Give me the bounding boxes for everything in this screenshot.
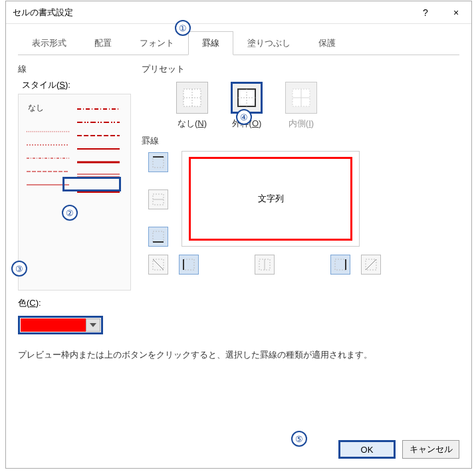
preset-none-label: なし(N) xyxy=(178,118,207,130)
color-picker[interactable] xyxy=(18,316,103,334)
ok-button[interactable]: OK xyxy=(338,440,396,459)
border-right-icon xyxy=(334,258,347,271)
border-area: 罫線 xyxy=(142,135,459,284)
svg-rect-26 xyxy=(153,231,164,242)
style-swatch[interactable] xyxy=(27,125,69,138)
style-selection-highlight xyxy=(62,177,121,191)
border-mid-h-icon xyxy=(152,193,165,206)
tab-border[interactable]: 罫線 xyxy=(188,31,233,55)
preset-section-label: プリセット xyxy=(142,63,459,75)
border-mid-v-icon xyxy=(258,258,271,271)
border-preview[interactable]: 文字列 xyxy=(181,151,360,247)
style-list[interactable]: なし xyxy=(18,94,131,291)
tab-fill[interactable]: 塗りつぶし xyxy=(233,31,304,55)
style-swatch[interactable] xyxy=(27,138,69,152)
style-label: スタイル(S): xyxy=(22,79,131,91)
line-section-label: 線 xyxy=(18,63,131,75)
svg-rect-30 xyxy=(183,259,194,270)
border-right-button[interactable] xyxy=(330,255,350,275)
dialog-content: 表示形式 配置 フォント 罫線 塗りつぶし 保護 線 スタイル(S): なし xyxy=(6,24,471,468)
border-left-button[interactable] xyxy=(179,255,199,275)
style-swatch[interactable] xyxy=(27,152,69,165)
dialog-footer: OK キャンセル xyxy=(338,440,459,459)
style-swatch[interactable] xyxy=(77,142,120,156)
callout-2: ② xyxy=(62,205,78,221)
svg-rect-22 xyxy=(153,157,164,168)
chevron-down-icon xyxy=(90,323,96,327)
grid-outline-icon xyxy=(237,88,256,107)
svg-line-37 xyxy=(366,259,376,270)
svg-line-29 xyxy=(153,259,164,270)
border-preview-inner: 文字列 xyxy=(189,157,352,241)
line-column: 線 スタイル(S): なし xyxy=(18,63,131,334)
color-label: 色(C): xyxy=(18,297,131,309)
preset-row: なし(N) 外枠(O) xyxy=(176,82,459,130)
style-swatch[interactable] xyxy=(77,156,120,169)
close-button[interactable]: × xyxy=(441,1,471,24)
style-swatch[interactable] xyxy=(27,165,69,178)
tab-number[interactable]: 表示形式 xyxy=(18,31,80,55)
tab-alignment[interactable]: 配置 xyxy=(80,31,126,55)
tab-strip: 表示形式 配置 フォント 罫線 塗りつぶし 保護 xyxy=(18,31,459,55)
style-lines xyxy=(25,101,124,283)
tab-protection[interactable]: 保護 xyxy=(304,31,350,55)
dialog-title: セルの書式設定 xyxy=(13,7,410,19)
callout-1: ① xyxy=(175,20,191,36)
border-bottom-button[interactable] xyxy=(148,227,168,247)
callout-5: ⑤ xyxy=(291,431,307,447)
style-swatch[interactable] xyxy=(77,129,120,142)
hint-text: プレビュー枠内または上のボタンをクリックすると、選択した罫線の種類が適用されます… xyxy=(18,349,459,361)
preset-inside-label: 内側(I) xyxy=(289,118,314,130)
grid-inside-icon xyxy=(292,88,310,107)
border-top-icon xyxy=(152,156,165,169)
preset-none: なし(N) xyxy=(176,82,208,130)
grid-none-icon xyxy=(183,88,201,107)
color-dropdown-button[interactable] xyxy=(86,318,100,332)
preview-text: 文字列 xyxy=(258,193,284,205)
diag-up-icon xyxy=(364,258,378,271)
color-swatch xyxy=(21,318,86,332)
border-grid: 文字列 xyxy=(142,151,459,284)
right-column: プリセット なし(N) xyxy=(142,63,459,334)
style-swatch[interactable] xyxy=(77,116,120,129)
titlebar: セルの書式設定 ? × xyxy=(6,1,471,24)
border-diag-down-button[interactable] xyxy=(148,255,168,275)
preset-inside-button[interactable] xyxy=(285,82,317,114)
style-swatch[interactable] xyxy=(77,102,120,116)
callout-3: ③ xyxy=(11,261,27,277)
format-cells-dialog: セルの書式設定 ? × 表示形式 配置 フォント 罫線 塗りつぶし 保護 線 ス… xyxy=(5,1,472,469)
main-area: 線 スタイル(S): なし xyxy=(18,63,459,334)
border-left-icon xyxy=(182,258,195,271)
diag-down-icon xyxy=(152,258,165,271)
border-top-button[interactable] xyxy=(148,152,168,172)
callout-4: ④ xyxy=(236,109,252,125)
border-section-label: 罫線 xyxy=(142,135,459,147)
preset-none-button[interactable] xyxy=(176,82,208,114)
preset-inside: 内側(I) xyxy=(285,82,317,130)
svg-rect-34 xyxy=(335,259,346,270)
color-row xyxy=(18,316,131,334)
border-middle-v-button[interactable] xyxy=(255,255,275,275)
border-diag-up-button[interactable] xyxy=(361,255,381,275)
cancel-button[interactable]: キャンセル xyxy=(402,440,459,459)
border-bottom-icon xyxy=(152,230,165,243)
border-middle-h-button[interactable] xyxy=(148,189,168,209)
help-button[interactable]: ? xyxy=(410,1,441,24)
